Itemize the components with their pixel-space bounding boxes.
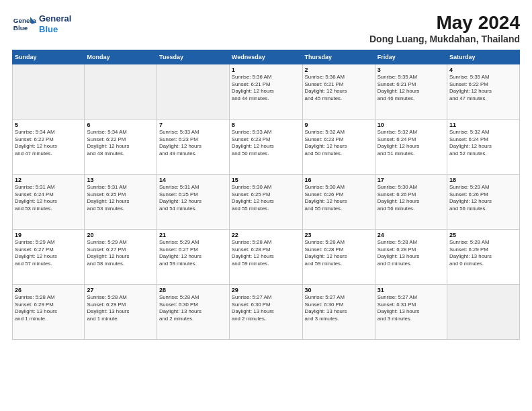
day-info: Sunrise: 5:28 AM Sunset: 6:29 PM Dayligh… (15, 294, 82, 322)
day-number: 16 (305, 177, 373, 183)
calendar-cell (447, 285, 520, 340)
weekday-header-friday: Friday (375, 50, 447, 64)
calendar-cell: 11Sunrise: 5:32 AM Sunset: 6:24 PM Dayli… (447, 120, 520, 175)
day-info: Sunrise: 5:34 AM Sunset: 6:22 PM Dayligh… (87, 129, 154, 157)
day-info: Sunrise: 5:32 AM Sunset: 6:24 PM Dayligh… (449, 129, 517, 157)
day-number: 25 (449, 232, 517, 238)
week-row-0: 1Sunrise: 5:36 AM Sunset: 6:21 PM Daylig… (13, 64, 520, 120)
day-info: Sunrise: 5:32 AM Sunset: 6:23 PM Dayligh… (305, 129, 373, 157)
day-number: 28 (159, 287, 227, 293)
calendar-cell: 31Sunrise: 5:27 AM Sunset: 6:31 PM Dayli… (375, 285, 447, 340)
day-info: Sunrise: 5:29 AM Sunset: 6:27 PM Dayligh… (87, 239, 154, 267)
day-number: 9 (305, 122, 373, 128)
day-info: Sunrise: 5:27 AM Sunset: 6:31 PM Dayligh… (378, 294, 445, 322)
calendar-cell: 25Sunrise: 5:28 AM Sunset: 6:29 PM Dayli… (447, 230, 520, 285)
calendar-cell: 27Sunrise: 5:28 AM Sunset: 6:29 PM Dayli… (85, 285, 157, 340)
day-number: 11 (449, 122, 517, 128)
weekday-header-tuesday: Tuesday (157, 50, 230, 64)
header: General Blue General Blue May 2024 Dong … (12, 12, 520, 44)
calendar-cell (13, 64, 85, 120)
calendar-cell: 16Sunrise: 5:30 AM Sunset: 6:26 PM Dayli… (302, 175, 375, 230)
week-row-4: 26Sunrise: 5:28 AM Sunset: 6:29 PM Dayli… (13, 285, 520, 340)
calendar-cell: 24Sunrise: 5:28 AM Sunset: 6:28 PM Dayli… (375, 230, 447, 285)
calendar-cell: 18Sunrise: 5:29 AM Sunset: 6:26 PM Dayli… (447, 175, 520, 230)
day-number: 5 (15, 122, 82, 128)
weekday-header-wednesday: Wednesday (229, 50, 302, 64)
calendar-cell: 17Sunrise: 5:30 AM Sunset: 6:26 PM Dayli… (375, 175, 447, 230)
calendar-cell: 7Sunrise: 5:33 AM Sunset: 6:23 PM Daylig… (157, 120, 230, 175)
calendar-cell: 15Sunrise: 5:30 AM Sunset: 6:25 PM Dayli… (229, 175, 302, 230)
calendar-cell: 1Sunrise: 5:36 AM Sunset: 6:21 PM Daylig… (229, 64, 302, 120)
calendar-cell: 26Sunrise: 5:28 AM Sunset: 6:29 PM Dayli… (13, 285, 85, 340)
calendar-cell: 14Sunrise: 5:31 AM Sunset: 6:25 PM Dayli… (157, 175, 230, 230)
logo-icon: General Blue (12, 12, 36, 36)
calendar-cell: 19Sunrise: 5:29 AM Sunset: 6:27 PM Dayli… (13, 230, 85, 285)
day-info: Sunrise: 5:29 AM Sunset: 6:26 PM Dayligh… (449, 184, 517, 212)
weekday-header-thursday: Thursday (302, 50, 375, 64)
main-title: May 2024 (369, 12, 520, 34)
day-number: 31 (378, 287, 445, 293)
calendar-cell: 30Sunrise: 5:27 AM Sunset: 6:30 PM Dayli… (302, 285, 375, 340)
day-number: 4 (449, 66, 517, 73)
calendar-cell: 28Sunrise: 5:28 AM Sunset: 6:30 PM Dayli… (157, 285, 230, 340)
day-number: 26 (15, 287, 82, 293)
day-info: Sunrise: 5:30 AM Sunset: 6:25 PM Dayligh… (232, 184, 300, 212)
calendar-cell (157, 64, 230, 120)
calendar-cell: 2Sunrise: 5:36 AM Sunset: 6:21 PM Daylig… (302, 64, 375, 120)
calendar-cell: 22Sunrise: 5:28 AM Sunset: 6:28 PM Dayli… (229, 230, 302, 285)
calendar-cell: 5Sunrise: 5:34 AM Sunset: 6:22 PM Daylig… (13, 120, 85, 175)
day-info: Sunrise: 5:27 AM Sunset: 6:30 PM Dayligh… (305, 294, 373, 322)
day-number: 10 (378, 122, 445, 128)
day-number: 6 (87, 122, 154, 128)
day-info: Sunrise: 5:28 AM Sunset: 6:30 PM Dayligh… (159, 294, 227, 322)
week-row-2: 12Sunrise: 5:31 AM Sunset: 6:24 PM Dayli… (13, 175, 520, 230)
day-number: 17 (378, 177, 445, 183)
day-info: Sunrise: 5:28 AM Sunset: 6:28 PM Dayligh… (378, 239, 445, 267)
day-info: Sunrise: 5:31 AM Sunset: 6:25 PM Dayligh… (87, 184, 154, 212)
calendar-cell: 10Sunrise: 5:32 AM Sunset: 6:24 PM Dayli… (375, 120, 447, 175)
day-number: 19 (15, 232, 82, 238)
weekday-header-saturday: Saturday (447, 50, 520, 64)
calendar: SundayMondayTuesdayWednesdayThursdayFrid… (12, 50, 520, 340)
day-number: 29 (232, 287, 300, 293)
day-info: Sunrise: 5:33 AM Sunset: 6:23 PM Dayligh… (232, 129, 300, 157)
day-info: Sunrise: 5:29 AM Sunset: 6:27 PM Dayligh… (159, 239, 227, 267)
calendar-cell: 23Sunrise: 5:28 AM Sunset: 6:28 PM Dayli… (302, 230, 375, 285)
day-info: Sunrise: 5:36 AM Sunset: 6:21 PM Dayligh… (305, 74, 373, 102)
calendar-cell: 29Sunrise: 5:27 AM Sunset: 6:30 PM Dayli… (229, 285, 302, 340)
day-number: 1 (232, 66, 300, 73)
calendar-cell: 20Sunrise: 5:29 AM Sunset: 6:27 PM Dayli… (85, 230, 157, 285)
calendar-cell: 3Sunrise: 5:35 AM Sunset: 6:21 PM Daylig… (375, 64, 447, 120)
day-info: Sunrise: 5:29 AM Sunset: 6:27 PM Dayligh… (15, 239, 82, 267)
logo: General Blue General Blue (12, 12, 71, 36)
day-number: 7 (159, 122, 227, 128)
calendar-cell: 6Sunrise: 5:34 AM Sunset: 6:22 PM Daylig… (85, 120, 157, 175)
day-info: Sunrise: 5:30 AM Sunset: 6:26 PM Dayligh… (378, 184, 445, 212)
logo-text2: Blue (39, 24, 71, 35)
calendar-cell: 8Sunrise: 5:33 AM Sunset: 6:23 PM Daylig… (229, 120, 302, 175)
day-number: 18 (449, 177, 517, 183)
day-number: 12 (15, 177, 82, 183)
day-info: Sunrise: 5:32 AM Sunset: 6:24 PM Dayligh… (378, 129, 445, 157)
day-number: 24 (378, 232, 445, 238)
day-number: 22 (232, 232, 300, 238)
calendar-cell: 12Sunrise: 5:31 AM Sunset: 6:24 PM Dayli… (13, 175, 85, 230)
week-row-1: 5Sunrise: 5:34 AM Sunset: 6:22 PM Daylig… (13, 120, 520, 175)
title-block: May 2024 Dong Luang, Mukdahan, Thailand (369, 12, 520, 44)
weekday-header-row: SundayMondayTuesdayWednesdayThursdayFrid… (13, 50, 520, 64)
day-number: 21 (159, 232, 227, 238)
day-number: 27 (87, 287, 154, 293)
logo-text: General (39, 13, 71, 24)
svg-text:Blue: Blue (13, 24, 28, 32)
calendar-cell: 13Sunrise: 5:31 AM Sunset: 6:25 PM Dayli… (85, 175, 157, 230)
day-info: Sunrise: 5:35 AM Sunset: 6:22 PM Dayligh… (449, 74, 517, 102)
day-number: 23 (305, 232, 373, 238)
weekday-header-monday: Monday (85, 50, 157, 64)
day-info: Sunrise: 5:28 AM Sunset: 6:29 PM Dayligh… (87, 294, 154, 322)
day-number: 2 (305, 66, 373, 73)
day-number: 30 (305, 287, 373, 293)
weekday-header-sunday: Sunday (13, 50, 85, 64)
page: General Blue General Blue May 2024 Dong … (0, 0, 532, 411)
calendar-cell (85, 64, 157, 120)
day-number: 14 (159, 177, 227, 183)
